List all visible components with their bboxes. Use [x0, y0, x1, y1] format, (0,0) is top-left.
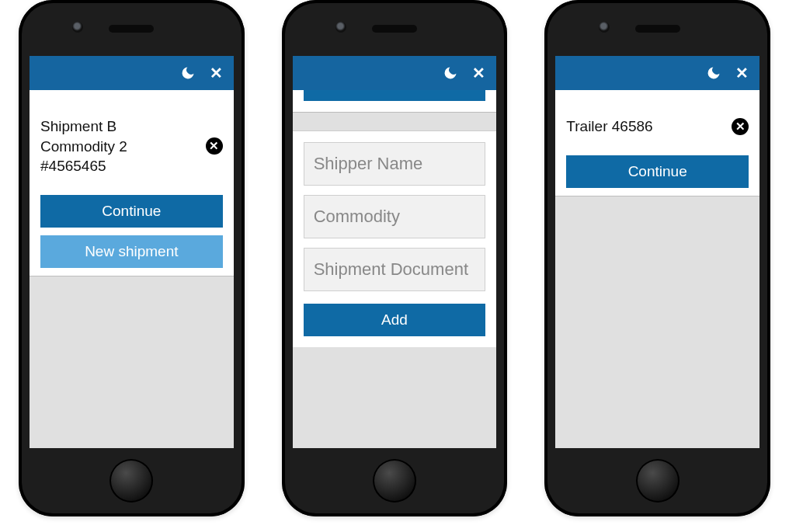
shipment-line-2: Commodity 2	[40, 137, 127, 157]
phone-frame: ✕ Add	[282, 0, 508, 516]
continue-button-partial[interactable]	[304, 90, 486, 101]
app-header: ✕	[555, 56, 759, 90]
shipment-text: Shipment B Commodity 2 #4565465	[40, 116, 127, 176]
delete-shipment-icon[interactable]: ✕	[206, 137, 223, 155]
screen-1: ✕ Shipment B Commodity 2 #4565465 ✕ Cont…	[30, 56, 234, 448]
new-shipment-button[interactable]: New shipment	[40, 235, 223, 268]
phone-camera	[335, 22, 346, 33]
app-header: ✕	[293, 56, 497, 90]
app-header: ✕	[30, 56, 234, 90]
commodity-input[interactable]	[304, 195, 486, 238]
continue-button[interactable]: Continue	[40, 195, 223, 228]
phone-frame: ✕ Shipment B Commodity 2 #4565465 ✕ Cont…	[19, 0, 245, 516]
continue-button[interactable]: Continue	[566, 155, 749, 188]
add-button[interactable]: Add	[304, 304, 486, 336]
shipment-row: Shipment B Commodity 2 #4565465 ✕	[40, 101, 223, 187]
trailer-panel: Trailer 46586 ✕ Continue	[555, 90, 759, 196]
shipment-line-3: #4565465	[40, 156, 127, 176]
delete-trailer-icon[interactable]: ✕	[732, 118, 749, 135]
moon-icon[interactable]	[706, 65, 721, 81]
trailer-row: Trailer 46586 ✕	[566, 101, 749, 148]
previous-panel-peek	[293, 90, 497, 113]
moon-icon[interactable]	[443, 65, 458, 81]
close-icon[interactable]: ✕	[472, 65, 485, 81]
phone-home-button	[109, 459, 153, 502]
gap	[293, 113, 497, 131]
shipment-line-1: Shipment B	[40, 116, 127, 137]
close-icon[interactable]: ✕	[210, 65, 223, 81]
phone-home-button	[636, 459, 680, 502]
phone-home-button	[373, 459, 416, 502]
phone-frame: ✕ Trailer 46586 ✕ Continue	[544, 0, 770, 516]
shipper-name-input[interactable]	[304, 142, 486, 186]
screen-2: ✕ Add	[293, 56, 497, 448]
moon-icon[interactable]	[180, 65, 196, 81]
phone-camera	[599, 22, 610, 33]
screen-3: ✕ Trailer 46586 ✕ Continue	[555, 56, 759, 448]
trailer-label: Trailer 46586	[566, 116, 652, 137]
close-icon[interactable]: ✕	[735, 65, 749, 81]
shipment-document-input[interactable]	[304, 248, 486, 291]
phone-camera	[72, 22, 83, 33]
shipment-panel: Shipment B Commodity 2 #4565465 ✕ Contin…	[30, 90, 234, 276]
shipment-form: Add	[293, 131, 497, 347]
